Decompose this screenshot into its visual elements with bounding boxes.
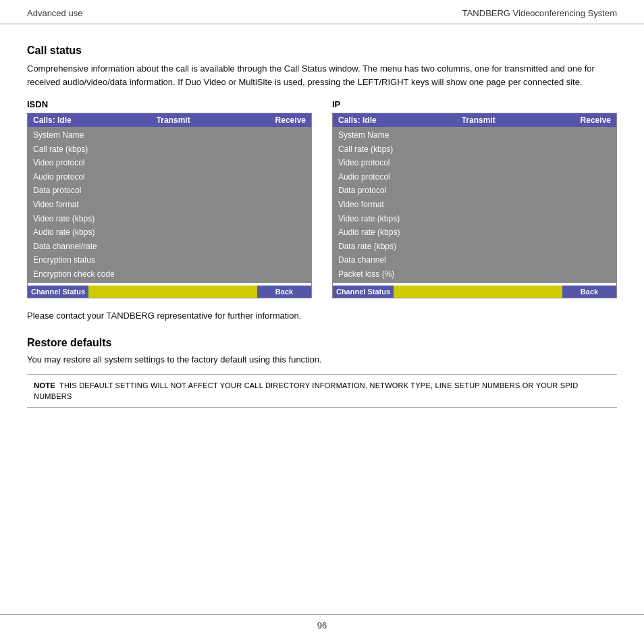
call-status-description: Comprehensive information about the call…	[27, 62, 617, 88]
isdn-back-btn[interactable]: Back	[257, 286, 311, 298]
ip-body: System NameCall rate (kbps)Video protoco…	[333, 127, 616, 283]
ip-row: Data protocol	[333, 184, 616, 198]
ip-block: IP Calls: Idle Transmit Receive System N…	[332, 99, 617, 298]
ip-row: Audio rate (kbps)	[333, 225, 616, 240]
please-contact: Please contact your TANDBERG representat…	[27, 311, 617, 321]
main-content: Call status Comprehensive information ab…	[0, 24, 644, 421]
isdn-row: Video rate (kbps)	[28, 212, 311, 226]
isdn-row: Encryption check code	[28, 267, 311, 281]
isdn-row: Audio rate (kbps)	[28, 225, 311, 240]
isdn-titlebar-left: Calls: Idle	[33, 115, 72, 125]
ip-titlebar-left: Calls: Idle	[338, 115, 377, 125]
restore-defaults-section: Restore defaults You may restore all sys…	[27, 337, 617, 408]
restore-defaults-title: Restore defaults	[27, 337, 617, 349]
ip-row: Video rate (kbps)	[333, 212, 616, 226]
ip-row: System Name	[333, 128, 616, 142]
isdn-window: Calls: Idle Transmit Receive System Name…	[27, 113, 312, 298]
ip-row: Video protocol	[333, 156, 616, 170]
isdn-titlebar: Calls: Idle Transmit Receive	[28, 113, 311, 127]
page-footer: 96	[0, 614, 644, 630]
isdn-row: Data protocol	[28, 184, 311, 198]
screens-row: ISDN Calls: Idle Transmit Receive System…	[27, 99, 617, 298]
ip-channel-btn[interactable]: Channel Status	[333, 286, 394, 298]
ip-back-btn[interactable]: Back	[562, 286, 616, 298]
call-status-section: Call status Comprehensive information ab…	[27, 45, 617, 321]
isdn-row: Data channel/rate	[28, 240, 311, 254]
restore-defaults-description: You may restore all system settings to t…	[27, 354, 617, 365]
isdn-label: ISDN	[27, 99, 312, 109]
isdn-row: Encryption status	[28, 253, 311, 267]
page-header: Advanced use TANDBERG Videoconferencing …	[0, 0, 644, 24]
ip-row: Video format	[333, 198, 616, 212]
isdn-titlebar-receive: Receive	[275, 115, 306, 125]
ip-titlebar-receive: Receive	[581, 115, 611, 125]
isdn-row: Video format	[28, 198, 311, 212]
note-label: NOTE	[34, 381, 55, 390]
note-box: NOTETHIS DEFAULT SETTING WILL NOT AFFECT…	[27, 374, 617, 408]
ip-label: IP	[332, 99, 617, 109]
ip-row: Data channel	[333, 253, 616, 267]
ip-titlebar: Calls: Idle Transmit Receive	[333, 113, 616, 127]
isdn-body: System NameCall rate (kbps)Video protoco…	[28, 127, 311, 283]
ip-row: Audio protocol	[333, 170, 616, 184]
isdn-row: Audio protocol	[28, 170, 311, 184]
header-left: Advanced use	[27, 8, 82, 18]
ip-yellow-btn	[394, 286, 562, 298]
note-text: THIS DEFAULT SETTING WILL NOT AFFECT YOU…	[34, 381, 578, 400]
ip-row: Packet loss (%)	[333, 267, 616, 281]
isdn-titlebar-transmit: Transmit	[157, 115, 190, 125]
header-center: TANDBERG Videoconferencing System	[462, 8, 617, 18]
ip-footer: Channel Status Back	[333, 286, 616, 298]
ip-row: Call rate (kbps)	[333, 142, 616, 157]
isdn-channel-btn[interactable]: Channel Status	[28, 286, 88, 298]
ip-window: Calls: Idle Transmit Receive System Name…	[332, 113, 617, 298]
isdn-footer: Channel Status Back	[28, 286, 311, 298]
isdn-block: ISDN Calls: Idle Transmit Receive System…	[27, 99, 312, 298]
isdn-row: System Name	[28, 128, 311, 142]
isdn-yellow-btn	[88, 286, 257, 298]
isdn-row: Video protocol	[28, 156, 311, 170]
ip-titlebar-transmit: Transmit	[462, 115, 495, 125]
isdn-row: Call rate (kbps)	[28, 142, 311, 157]
ip-row: Data rate (kbps)	[333, 240, 616, 254]
page-container: Advanced use TANDBERG Videoconferencing …	[0, 0, 644, 644]
call-status-title: Call status	[27, 45, 617, 57]
page-number: 96	[317, 620, 327, 630]
